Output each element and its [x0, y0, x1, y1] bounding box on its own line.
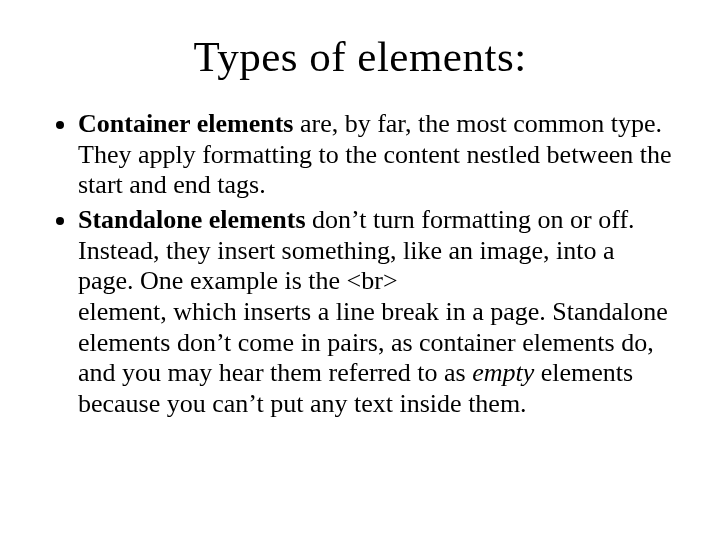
bullet-list: Container elements are, by far, the most…: [48, 109, 672, 420]
code-br-tag: <br>: [347, 266, 398, 295]
slide-title: Types of elements:: [48, 32, 672, 81]
lead-term: Standalone elements: [78, 205, 306, 234]
list-item: Container elements are, by far, the most…: [78, 109, 672, 201]
list-item: Standalone elements don’t turn formattin…: [78, 205, 672, 420]
emphasis-word: empty: [472, 358, 534, 387]
slide: Types of elements: Container elements ar…: [0, 0, 720, 540]
lead-term: Container elements: [78, 109, 293, 138]
